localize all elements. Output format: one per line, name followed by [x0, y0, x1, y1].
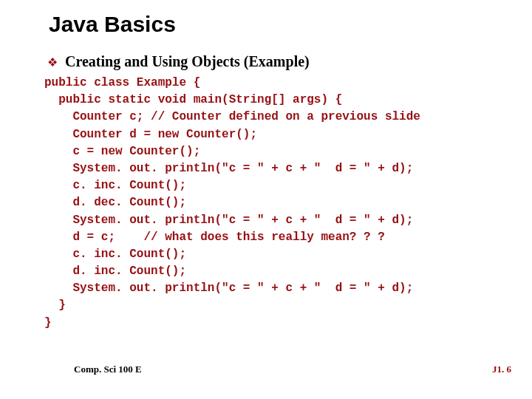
content-area: ❖ Creating and Using Objects (Example) p…: [44, 53, 502, 332]
footer-left: Comp. Sci 100 E: [74, 364, 142, 375]
diamond-bullet-icon: ❖: [47, 57, 58, 69]
slide: Java Basics ❖ Creating and Using Objects…: [0, 0, 532, 399]
bullet-text: Creating and Using Objects (Example): [65, 53, 310, 70]
page-title: Java Basics: [49, 12, 176, 37]
code-block: public class Example { public static voi…: [44, 75, 502, 332]
bullet-row: ❖ Creating and Using Objects (Example): [44, 53, 502, 70]
footer-right: J1. 6: [492, 364, 511, 375]
